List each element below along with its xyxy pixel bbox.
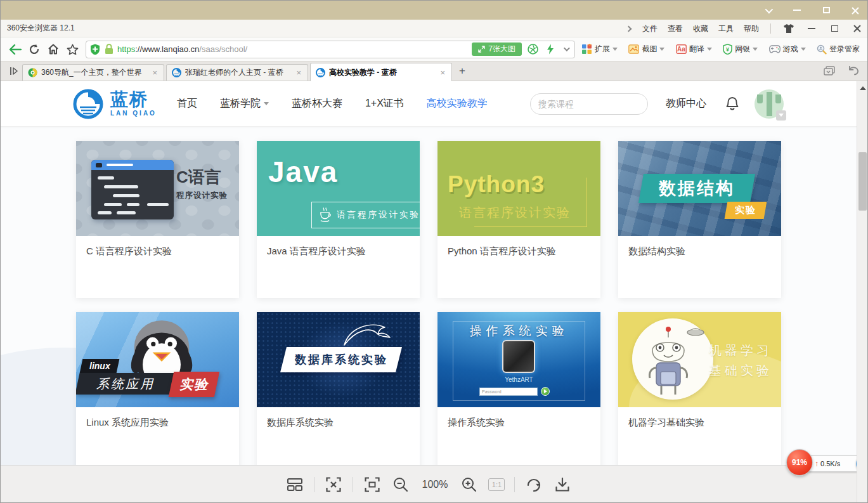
ebank-button[interactable]: ¥ 网银 [723, 44, 758, 55]
menu-tools[interactable]: 工具 [718, 23, 734, 34]
translate-button[interactable]: Aa 翻译 [676, 44, 712, 55]
tab-close-icon[interactable]: × [151, 68, 159, 77]
course-card-java[interactable]: Java 语言程序设计实验 Java 语言程序设计实验 [257, 141, 420, 298]
nav-competition[interactable]: 蓝桥杯大赛 [292, 97, 342, 110]
tab-title: 高校实验教学 - 蓝桥 [329, 67, 439, 78]
tab-favicon-lanqiao [172, 68, 181, 77]
avatar-dropdown-icon[interactable] [776, 110, 786, 121]
course-title: Linux 系统应用实验 [86, 417, 229, 429]
titlebar-minimize-button[interactable] [790, 3, 804, 17]
tab-school-experiment[interactable]: 高校实验教学 - 蓝桥 × [310, 63, 452, 81]
toolbar-separator [514, 477, 515, 492]
menubar-restore-button[interactable] [828, 22, 841, 35]
lanqiao-logo[interactable]: 蓝桥 LAN QIAO [72, 88, 157, 120]
scrollbar-thumb[interactable] [858, 152, 867, 211]
course-card-c[interactable]: C语言 程序设计实验 C 语言程序设计实验 [76, 141, 239, 298]
course-title: Java 语言程序设计实验 [267, 245, 410, 258]
menubar-minimize-button[interactable] [805, 22, 818, 35]
fit-screen-icon[interactable] [363, 475, 382, 494]
course-card-ml[interactable]: 机器学习基础实验 机器学习基础实验 [618, 312, 781, 469]
region-select-icon[interactable] [324, 475, 343, 494]
back-button[interactable] [6, 41, 25, 58]
nav-academy[interactable]: 蓝桥学院 [220, 97, 269, 110]
tab-teacher-homepage[interactable]: 张瑞红老师的个人主页 - 蓝桥 × [166, 64, 308, 81]
site-safety-shield-icon[interactable] [90, 44, 100, 55]
extensions-button[interactable]: 扩展 [581, 44, 618, 55]
gamepad-icon [769, 45, 781, 53]
user-avatar[interactable] [755, 89, 784, 119]
tab-list-icon[interactable] [822, 64, 837, 78]
login-manager-button[interactable]: 登录管家 [817, 44, 860, 55]
dolphin-illustration [339, 317, 396, 349]
memory-percent-badge[interactable]: 91% [786, 449, 813, 476]
menu-separator [770, 23, 771, 34]
course-search[interactable] [530, 93, 648, 115]
course-card-linux[interactable]: linux 系统应用 实验 Linux 系统应用实验 [76, 312, 239, 469]
image-viewer-toolbar: 100% 1:1 [1, 465, 857, 503]
course-title: 数据库系统实验 [267, 417, 410, 429]
download-icon[interactable] [553, 475, 572, 494]
menu-favorites[interactable]: 收藏 [693, 23, 708, 34]
urlbar-dropdown-icon[interactable] [564, 45, 570, 51]
course-card-python[interactable]: Python3 语言程序设计实验 Python 语言程序设计实验 [437, 141, 600, 298]
favorite-star-button[interactable] [63, 41, 82, 58]
ebank-shield-icon: ¥ [723, 44, 732, 55]
actual-size-button[interactable]: 1:1 [488, 478, 505, 491]
nav-home[interactable]: 首页 [177, 97, 197, 110]
menu-expand-icon[interactable] [626, 25, 632, 32]
titlebar-close-button[interactable] [848, 3, 862, 17]
menu-view[interactable]: 查看 [668, 23, 683, 34]
dropdown-icon [801, 48, 806, 51]
thumbnails-icon[interactable] [285, 475, 304, 494]
titlebar-collapse-icon[interactable] [761, 3, 775, 17]
zoom-level-label: 100% [420, 479, 451, 490]
reopen-closed-tab-icon[interactable] [846, 64, 861, 78]
speed-lightning-icon[interactable] [543, 42, 557, 56]
translate-icon: Aa [676, 44, 687, 54]
dropdown-icon [707, 48, 712, 51]
tab-close-icon[interactable]: × [439, 68, 446, 77]
menu-bar: 360安全浏览器 12.1 文件 查看 收藏 工具 帮助 [1, 20, 867, 37]
menubar-close-button[interactable] [851, 22, 864, 35]
screenshot-button[interactable]: 截图 [628, 44, 664, 55]
login-manager-icon [817, 44, 827, 55]
course-card-os[interactable]: 操作系统实验 YethzART Password 操作系统实验 [437, 312, 600, 469]
login-arrow-illustration [541, 387, 550, 396]
adfilter-shutter-icon[interactable] [526, 42, 540, 56]
nav-1x-cert[interactable]: 1+X证书 [365, 97, 404, 110]
refresh-button[interactable] [25, 41, 44, 58]
site-nav: 首页 蓝桥学院 蓝桥杯大赛 1+X证书 高校实验教学 [177, 97, 488, 110]
tab-favicon-360 [28, 68, 37, 77]
address-bar[interactable]: https://www.lanqiao.cn/saas/school/ 7张大图 [86, 41, 575, 58]
zoom-in-icon[interactable] [460, 475, 479, 494]
teacher-center-link[interactable]: 教师中心 [666, 97, 706, 110]
zoom-out-icon[interactable] [391, 475, 410, 494]
menu-help[interactable]: 帮助 [744, 23, 759, 34]
scrollbar-up-button[interactable] [857, 84, 867, 93]
course-card-database[interactable]: 数据库系统实验 数据库系统实验 [257, 312, 420, 469]
big-image-badge[interactable]: 7张大图 [472, 42, 522, 56]
titlebar-maximize-button[interactable] [819, 3, 833, 17]
new-tab-button[interactable]: + [454, 63, 470, 79]
notification-bell-icon[interactable] [725, 96, 739, 112]
skin-icon[interactable] [782, 22, 795, 35]
menu-file[interactable]: 文件 [642, 23, 657, 34]
code-window-illustration [91, 160, 174, 219]
course-cover-linux: linux 系统应用 实验 [76, 312, 239, 407]
home-button[interactable] [44, 41, 63, 58]
nav-school-experiment[interactable]: 高校实验教学 [427, 97, 488, 110]
logo-text-cn: 蓝桥 [110, 91, 157, 108]
url-text[interactable]: https://www.lanqiao.cn/saas/school/ [117, 44, 247, 54]
games-button[interactable]: 游戏 [769, 44, 806, 55]
page-scrollbar[interactable] [857, 81, 867, 503]
tab-360-nav[interactable]: 360导航_一个主页，整个世界 × [22, 64, 164, 81]
speed-widget[interactable]: ↑ 0.5K/s 91% [786, 454, 867, 473]
search-input[interactable] [538, 99, 653, 109]
svg-text:Aa: Aa [677, 46, 685, 53]
toolbar-separator [314, 477, 314, 492]
dropdown-icon [612, 48, 618, 51]
rotate-icon[interactable] [524, 475, 543, 494]
tab-close-icon[interactable]: × [295, 68, 302, 77]
sidebar-toggle-icon[interactable] [6, 63, 22, 79]
course-card-data-structure[interactable]: 数据结构 实验 数据结构实验 [618, 141, 781, 298]
